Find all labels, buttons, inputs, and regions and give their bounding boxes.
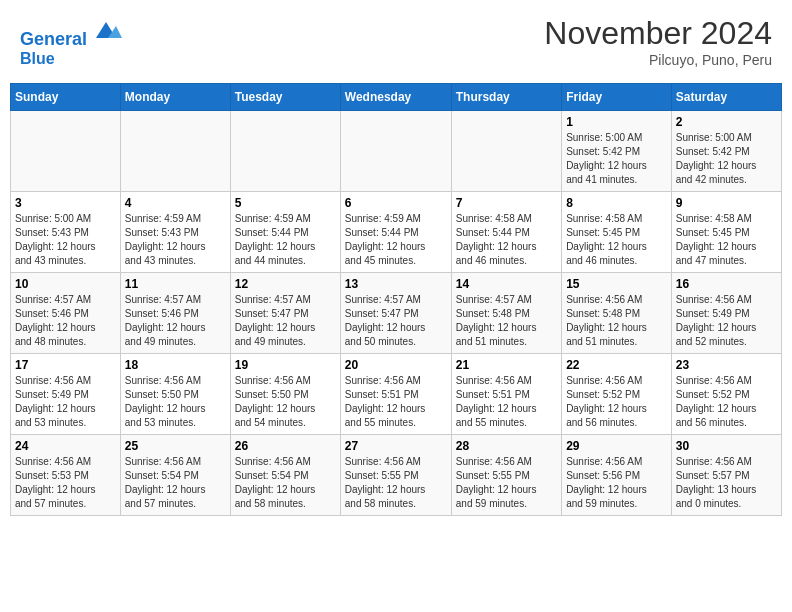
day-number: 11	[125, 277, 226, 291]
week-row-4: 17Sunrise: 4:56 AM Sunset: 5:49 PM Dayli…	[11, 354, 782, 435]
day-info: Sunrise: 5:00 AM Sunset: 5:42 PM Dayligh…	[566, 131, 667, 187]
day-cell	[340, 111, 451, 192]
day-info: Sunrise: 4:56 AM Sunset: 5:54 PM Dayligh…	[235, 455, 336, 511]
col-header-wednesday: Wednesday	[340, 84, 451, 111]
location-subtitle: Pilcuyo, Puno, Peru	[544, 52, 772, 68]
col-header-sunday: Sunday	[11, 84, 121, 111]
day-info: Sunrise: 4:56 AM Sunset: 5:50 PM Dayligh…	[125, 374, 226, 430]
logo-icon	[94, 15, 124, 45]
day-number: 24	[15, 439, 116, 453]
day-number: 27	[345, 439, 447, 453]
day-info: Sunrise: 4:56 AM Sunset: 5:55 PM Dayligh…	[345, 455, 447, 511]
day-number: 20	[345, 358, 447, 372]
col-header-monday: Monday	[120, 84, 230, 111]
col-header-tuesday: Tuesday	[230, 84, 340, 111]
day-info: Sunrise: 4:56 AM Sunset: 5:55 PM Dayligh…	[456, 455, 557, 511]
day-info: Sunrise: 4:56 AM Sunset: 5:53 PM Dayligh…	[15, 455, 116, 511]
day-cell: 7Sunrise: 4:58 AM Sunset: 5:44 PM Daylig…	[451, 192, 561, 273]
day-info: Sunrise: 4:56 AM Sunset: 5:50 PM Dayligh…	[235, 374, 336, 430]
day-cell: 8Sunrise: 4:58 AM Sunset: 5:45 PM Daylig…	[562, 192, 672, 273]
day-info: Sunrise: 4:56 AM Sunset: 5:57 PM Dayligh…	[676, 455, 777, 511]
day-info: Sunrise: 4:57 AM Sunset: 5:46 PM Dayligh…	[125, 293, 226, 349]
week-row-5: 24Sunrise: 4:56 AM Sunset: 5:53 PM Dayli…	[11, 435, 782, 516]
day-info: Sunrise: 4:59 AM Sunset: 5:43 PM Dayligh…	[125, 212, 226, 268]
day-info: Sunrise: 5:00 AM Sunset: 5:42 PM Dayligh…	[676, 131, 777, 187]
day-cell: 27Sunrise: 4:56 AM Sunset: 5:55 PM Dayli…	[340, 435, 451, 516]
day-cell: 30Sunrise: 4:56 AM Sunset: 5:57 PM Dayli…	[671, 435, 781, 516]
title-block: November 2024 Pilcuyo, Puno, Peru	[544, 15, 772, 68]
day-number: 3	[15, 196, 116, 210]
day-number: 23	[676, 358, 777, 372]
month-title: November 2024	[544, 15, 772, 52]
day-number: 17	[15, 358, 116, 372]
day-cell: 16Sunrise: 4:56 AM Sunset: 5:49 PM Dayli…	[671, 273, 781, 354]
day-info: Sunrise: 4:57 AM Sunset: 5:47 PM Dayligh…	[345, 293, 447, 349]
day-info: Sunrise: 4:57 AM Sunset: 5:47 PM Dayligh…	[235, 293, 336, 349]
day-number: 15	[566, 277, 667, 291]
page-header: General Blue November 2024 Pilcuyo, Puno…	[10, 10, 782, 73]
day-cell: 4Sunrise: 4:59 AM Sunset: 5:43 PM Daylig…	[120, 192, 230, 273]
day-cell: 1Sunrise: 5:00 AM Sunset: 5:42 PM Daylig…	[562, 111, 672, 192]
week-row-3: 10Sunrise: 4:57 AM Sunset: 5:46 PM Dayli…	[11, 273, 782, 354]
day-number: 13	[345, 277, 447, 291]
day-cell	[230, 111, 340, 192]
day-number: 22	[566, 358, 667, 372]
day-number: 18	[125, 358, 226, 372]
day-cell	[11, 111, 121, 192]
day-number: 2	[676, 115, 777, 129]
day-number: 9	[676, 196, 777, 210]
week-row-2: 3Sunrise: 5:00 AM Sunset: 5:43 PM Daylig…	[11, 192, 782, 273]
day-number: 26	[235, 439, 336, 453]
day-info: Sunrise: 4:57 AM Sunset: 5:48 PM Dayligh…	[456, 293, 557, 349]
day-cell: 26Sunrise: 4:56 AM Sunset: 5:54 PM Dayli…	[230, 435, 340, 516]
day-number: 16	[676, 277, 777, 291]
day-number: 6	[345, 196, 447, 210]
calendar-table: SundayMondayTuesdayWednesdayThursdayFrid…	[10, 83, 782, 516]
day-info: Sunrise: 4:56 AM Sunset: 5:49 PM Dayligh…	[15, 374, 116, 430]
day-info: Sunrise: 4:59 AM Sunset: 5:44 PM Dayligh…	[345, 212, 447, 268]
day-info: Sunrise: 4:56 AM Sunset: 5:51 PM Dayligh…	[456, 374, 557, 430]
col-header-thursday: Thursday	[451, 84, 561, 111]
day-cell: 28Sunrise: 4:56 AM Sunset: 5:55 PM Dayli…	[451, 435, 561, 516]
day-number: 5	[235, 196, 336, 210]
week-row-1: 1Sunrise: 5:00 AM Sunset: 5:42 PM Daylig…	[11, 111, 782, 192]
logo-general: General	[20, 29, 87, 49]
day-cell: 11Sunrise: 4:57 AM Sunset: 5:46 PM Dayli…	[120, 273, 230, 354]
day-info: Sunrise: 4:57 AM Sunset: 5:46 PM Dayligh…	[15, 293, 116, 349]
col-header-saturday: Saturday	[671, 84, 781, 111]
calendar-header-row: SundayMondayTuesdayWednesdayThursdayFrid…	[11, 84, 782, 111]
logo-blue: Blue	[20, 50, 55, 67]
day-cell: 10Sunrise: 4:57 AM Sunset: 5:46 PM Dayli…	[11, 273, 121, 354]
day-cell	[120, 111, 230, 192]
day-number: 25	[125, 439, 226, 453]
day-cell: 13Sunrise: 4:57 AM Sunset: 5:47 PM Dayli…	[340, 273, 451, 354]
day-info: Sunrise: 4:58 AM Sunset: 5:45 PM Dayligh…	[676, 212, 777, 268]
day-number: 10	[15, 277, 116, 291]
day-info: Sunrise: 4:56 AM Sunset: 5:49 PM Dayligh…	[676, 293, 777, 349]
day-number: 30	[676, 439, 777, 453]
day-cell: 21Sunrise: 4:56 AM Sunset: 5:51 PM Dayli…	[451, 354, 561, 435]
day-info: Sunrise: 4:56 AM Sunset: 5:48 PM Dayligh…	[566, 293, 667, 349]
day-number: 1	[566, 115, 667, 129]
day-number: 14	[456, 277, 557, 291]
day-number: 29	[566, 439, 667, 453]
col-header-friday: Friday	[562, 84, 672, 111]
day-info: Sunrise: 4:58 AM Sunset: 5:45 PM Dayligh…	[566, 212, 667, 268]
day-cell: 20Sunrise: 4:56 AM Sunset: 5:51 PM Dayli…	[340, 354, 451, 435]
day-cell: 3Sunrise: 5:00 AM Sunset: 5:43 PM Daylig…	[11, 192, 121, 273]
day-cell: 18Sunrise: 4:56 AM Sunset: 5:50 PM Dayli…	[120, 354, 230, 435]
day-info: Sunrise: 4:58 AM Sunset: 5:44 PM Dayligh…	[456, 212, 557, 268]
day-number: 21	[456, 358, 557, 372]
day-cell: 25Sunrise: 4:56 AM Sunset: 5:54 PM Dayli…	[120, 435, 230, 516]
day-number: 12	[235, 277, 336, 291]
day-info: Sunrise: 4:56 AM Sunset: 5:56 PM Dayligh…	[566, 455, 667, 511]
day-info: Sunrise: 4:56 AM Sunset: 5:52 PM Dayligh…	[676, 374, 777, 430]
day-cell: 9Sunrise: 4:58 AM Sunset: 5:45 PM Daylig…	[671, 192, 781, 273]
day-cell: 17Sunrise: 4:56 AM Sunset: 5:49 PM Dayli…	[11, 354, 121, 435]
day-number: 4	[125, 196, 226, 210]
day-info: Sunrise: 4:56 AM Sunset: 5:51 PM Dayligh…	[345, 374, 447, 430]
day-cell: 6Sunrise: 4:59 AM Sunset: 5:44 PM Daylig…	[340, 192, 451, 273]
day-cell: 15Sunrise: 4:56 AM Sunset: 5:48 PM Dayli…	[562, 273, 672, 354]
day-number: 8	[566, 196, 667, 210]
day-cell: 5Sunrise: 4:59 AM Sunset: 5:44 PM Daylig…	[230, 192, 340, 273]
